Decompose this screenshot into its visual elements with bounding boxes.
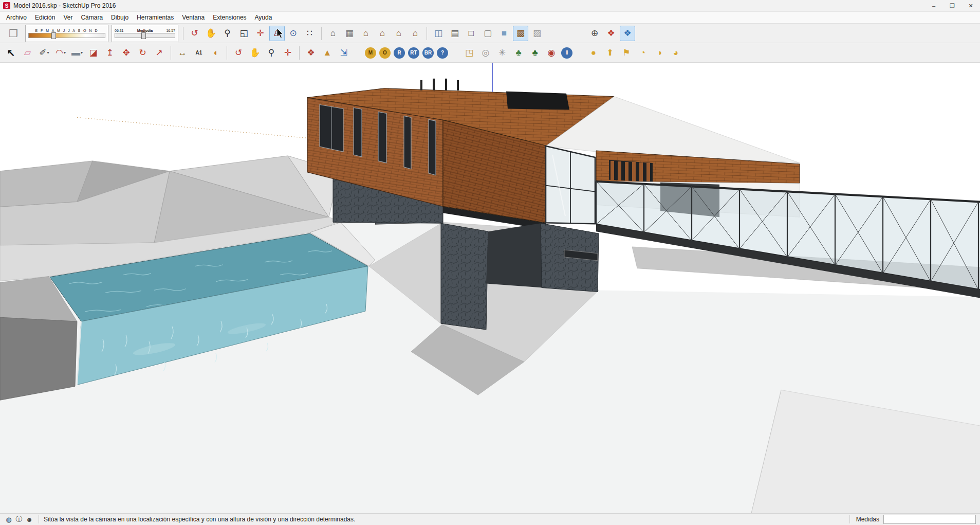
measure-tools-group: ↔A1◖ [174,45,224,61]
view-right[interactable]: ⌂ [375,26,390,41]
select-tool[interactable]: ↖ [4,45,19,61]
orbit-tool-2[interactable]: ↺ [231,45,246,61]
zoom-window-tool[interactable]: ◱ [236,26,252,41]
toolbar-separator [427,27,427,40]
tool-component-blue[interactable]: ❖ [620,26,635,41]
style-shaded[interactable]: ■ [496,26,512,41]
shadow-time-slider[interactable]: 06:31 Mediodía 16:57 [112,25,178,42]
camera-tools-group: ↺✋⚲◱✛♙⊙∷ [187,26,318,41]
viewport-3d[interactable] [0,63,980,513]
zoom-extents-tool[interactable]: ✛ [253,26,268,41]
scale-tool[interactable]: ↗ [152,45,167,61]
menu-item[interactable]: Dibujo [107,12,133,23]
zoom-tool[interactable]: ⚲ [220,26,235,41]
vray-up-tool[interactable]: ⬆ [602,45,618,61]
walk-tool[interactable]: ∷ [302,26,318,41]
vray-rt-render[interactable]: RT [408,47,419,59]
geolocation-icon[interactable]: ◍ [4,515,13,524]
menu-item[interactable]: Ayuda [251,12,276,23]
info-icon[interactable]: ⓘ [14,515,24,524]
view-iso[interactable]: ⌂ [325,26,341,41]
shadow-date-slider[interactable]: E F M A M J J A S O N D [25,25,108,42]
menu-item[interactable]: Ver [59,12,77,23]
undercroft [486,223,543,287]
photo-texture-tool[interactable]: ⇲ [336,45,352,61]
paint-bucket-tool[interactable]: ◪ [86,45,101,61]
view-left[interactable]: ⌂ [408,26,423,41]
tool-crosshair[interactable]: ⊕ [587,26,602,41]
toolbar-separator [321,27,322,40]
vray-rectangle-light[interactable]: ◳ [461,45,477,61]
status-hint-text: Sitúa la vista de la cámara en una local… [44,516,355,523]
zoom-tool-2[interactable]: ⚲ [264,45,279,61]
vray-omni-light[interactable]: ◎ [478,45,493,61]
shadows-toggle-button[interactable]: ❐ [4,26,23,41]
time-slider-handle[interactable] [141,32,146,39]
line-tool[interactable]: ✐▾ [36,45,52,61]
arc-tool[interactable]: ◠▾ [53,45,68,61]
zoom-extents-tool-2[interactable]: ✛ [280,45,295,61]
add-location-tool[interactable]: ❖ [303,45,319,61]
position-camera-tool[interactable]: ♙ [269,26,285,41]
vray-help[interactable]: ? [437,47,448,59]
tree-tool-2[interactable]: ♣ [527,45,543,61]
rotate-tool[interactable]: ↻ [135,45,151,61]
vray-batch-render[interactable]: BR [422,47,434,59]
tape-measure-tool[interactable]: ↔ [175,45,190,61]
vray-infinite-plane[interactable]: ◉ [544,45,559,61]
view-back[interactable]: ⌂ [391,26,406,41]
pan-tool[interactable]: ✋ [204,26,219,41]
push-pull-tool[interactable]: ↥ [102,45,118,61]
menu-item[interactable]: Archivo [2,12,31,23]
view-front[interactable]: ⌂ [358,26,374,41]
style-hidden-line[interactable]: ▢ [480,26,495,41]
minimize-button[interactable]: – [924,0,943,11]
status-divider [849,515,850,523]
eraser-tool[interactable]: ▱ [20,45,35,61]
menu-item[interactable]: Cámara [77,12,107,23]
light-option-3[interactable]: ◕ [668,45,683,61]
close-button[interactable]: ✕ [961,0,980,11]
maximize-button[interactable]: ❐ [943,0,961,11]
time-end: 16:57 [166,29,175,32]
window-controls: – ❐ ✕ [924,0,980,11]
style-xray[interactable]: ◫ [431,26,446,41]
tree-tool-1[interactable]: ♣ [511,45,526,61]
light-option-1[interactable]: ◔ [635,45,651,61]
style-shaded-textures[interactable]: ▩ [513,26,528,41]
toggle-terrain-tool[interactable]: ▲ [320,45,335,61]
vray-pause[interactable]: ‖ [561,47,572,59]
vray-group: MORRTBR? [363,47,450,59]
vray-options[interactable]: O [379,47,391,59]
style-wireframe[interactable]: □ [464,26,479,41]
date-slider-handle[interactable] [51,32,56,39]
menu-item[interactable]: Edición [31,12,59,23]
light-option-2[interactable]: ◑ [652,45,667,61]
menu-item[interactable]: Ventana [178,12,209,23]
menu-item[interactable]: Extensiones [209,12,250,23]
vray-flag-tool[interactable]: ⚑ [619,45,634,61]
orbit-tool[interactable]: ↺ [187,26,202,41]
vray-ies-light[interactable]: ✳ [494,45,510,61]
tool-component-red[interactable]: ❖ [603,26,619,41]
vray-sphere-light[interactable]: ● [586,45,601,61]
camera-tools-group-2: ↺✋⚲✛ [230,45,296,61]
shapes-tool[interactable]: ▬▾ [69,45,85,61]
style-monochrome[interactable]: ▨ [529,26,545,41]
pan-tool-2[interactable]: ✋ [247,45,263,61]
brick-louvers [609,160,653,182]
face-styles-group: ◫▤□▢■▩▨ [430,26,545,41]
vray-material-editor[interactable]: M [365,47,376,59]
protractor-tool[interactable]: ◖ [208,45,223,61]
date-slider-track[interactable] [28,33,105,38]
style-back-edges[interactable]: ▤ [447,26,463,41]
look-around-tool[interactable]: ⊙ [286,26,301,41]
vray-render[interactable]: R [394,47,405,59]
view-top[interactable]: ▦ [342,26,357,41]
credits-icon[interactable]: ☻ [25,515,34,524]
menu-item[interactable]: Herramientas [133,12,178,23]
time-slider-track[interactable] [115,33,175,38]
dimension-tool[interactable]: A1 [191,45,207,61]
move-tool[interactable]: ✥ [119,45,134,61]
measurements-input[interactable] [883,515,976,524]
